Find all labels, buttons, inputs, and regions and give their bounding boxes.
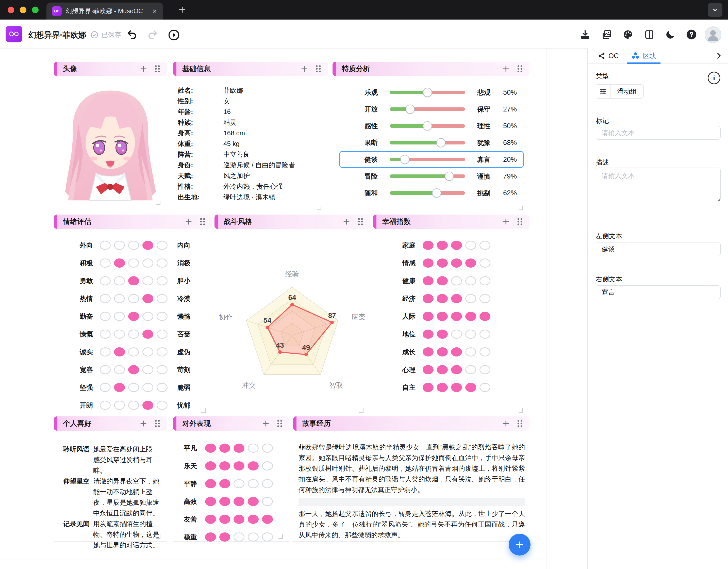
basic-info-card-header[interactable]: 基础信息 — [173, 62, 328, 76]
dot-filled[interactable] — [219, 497, 230, 506]
story-text[interactable]: 菲欧娜曾是绿叶边境溪木镇的半精灵少女，直到“黑铁之乱”的烈焰吞噬了她的家园。她亲… — [299, 442, 525, 540]
add-icon[interactable] — [343, 218, 350, 225]
dot-filled[interactable] — [479, 312, 490, 321]
add-block-fab[interactable]: + — [509, 534, 531, 556]
trait-slider-track[interactable] — [390, 174, 465, 178]
dot-empty[interactable] — [262, 444, 273, 453]
basic-field-row[interactable]: 种族: 精灵 — [178, 117, 325, 128]
dot-filled[interactable] — [451, 347, 462, 356]
dot-empty[interactable] — [157, 258, 168, 268]
minimize-window-button[interactable] — [20, 7, 26, 13]
emotion-dot-scale[interactable] — [100, 347, 168, 356]
happiness-dot-rating[interactable] — [423, 258, 490, 268]
redo-button[interactable] — [147, 29, 158, 40]
dot-filled[interactable] — [423, 312, 434, 321]
right-text-input[interactable] — [596, 285, 721, 299]
trait-slider-knob[interactable] — [445, 172, 454, 181]
dot-filled[interactable] — [205, 461, 216, 470]
basic-field-row[interactable]: 身高: 168 cm — [178, 128, 325, 138]
dot-filled[interactable] — [205, 479, 216, 488]
dot-empty[interactable] — [248, 444, 259, 453]
dot-empty[interactable] — [100, 347, 111, 356]
dot-filled[interactable] — [437, 347, 448, 356]
trait-slider-track[interactable] — [390, 124, 465, 128]
tab-oc[interactable]: OC — [592, 48, 625, 63]
happiness-dot-rating[interactable] — [423, 383, 490, 392]
dot-filled[interactable] — [437, 312, 448, 321]
dot-empty[interactable] — [114, 312, 125, 321]
dot-empty[interactable] — [100, 294, 111, 303]
collapse-sidebar-chevron-icon[interactable] — [715, 52, 723, 60]
dot-empty[interactable] — [128, 383, 139, 392]
outward-dot-rating[interactable] — [205, 515, 273, 524]
trait-slider-knob[interactable] — [436, 138, 445, 147]
dot-filled[interactable] — [451, 383, 462, 392]
dot-empty[interactable] — [234, 479, 244, 488]
dot-empty[interactable] — [100, 365, 111, 374]
happiness-dot-rating[interactable] — [423, 347, 490, 356]
dot-filled[interactable] — [423, 241, 434, 250]
trait-slider-track[interactable] — [390, 191, 465, 195]
basic-field-row[interactable]: 性别: 女 — [178, 96, 325, 106]
dot-empty[interactable] — [114, 241, 125, 250]
trait-slider-track[interactable] — [390, 91, 465, 94]
emotion-dot-scale[interactable] — [100, 330, 168, 339]
dot-empty[interactable] — [128, 347, 139, 356]
basic-field-row[interactable]: 年龄: 16 — [178, 106, 325, 117]
drag-handle-icon[interactable] — [154, 420, 160, 427]
dot-filled[interactable] — [142, 330, 153, 339]
dot-filled[interactable] — [234, 461, 244, 470]
dot-empty[interactable] — [234, 532, 244, 542]
dot-filled[interactable] — [114, 258, 125, 268]
story-card-header[interactable]: 故事经历 — [293, 416, 530, 431]
dot-empty[interactable] — [262, 532, 273, 542]
outward-dot-rating[interactable] — [205, 479, 273, 488]
dot-empty[interactable] — [479, 258, 490, 268]
dot-empty[interactable] — [128, 241, 139, 250]
dot-filled[interactable] — [219, 532, 230, 542]
dot-filled[interactable] — [219, 515, 230, 524]
new-tab-button[interactable] — [178, 5, 187, 14]
dot-empty[interactable] — [262, 461, 273, 470]
emotion-dot-scale[interactable] — [100, 241, 168, 250]
dot-filled[interactable] — [437, 258, 448, 268]
dot-empty[interactable] — [142, 312, 153, 321]
dot-filled[interactable] — [234, 497, 244, 506]
dot-empty[interactable] — [128, 330, 139, 339]
dot-empty[interactable] — [157, 347, 168, 356]
dot-filled[interactable] — [423, 294, 434, 303]
dot-empty[interactable] — [157, 241, 168, 250]
dot-empty[interactable] — [465, 276, 476, 285]
trait-slider-knob[interactable] — [406, 105, 415, 114]
dot-filled[interactable] — [142, 401, 153, 410]
dot-empty[interactable] — [479, 276, 490, 285]
dot-empty[interactable] — [262, 497, 273, 506]
add-icon[interactable] — [140, 65, 147, 73]
dot-empty[interactable] — [114, 401, 125, 410]
trait-slider-knob[interactable] — [432, 188, 441, 198]
happiness-dot-rating[interactable] — [423, 294, 490, 303]
dot-empty[interactable] — [128, 294, 139, 303]
basic-field-row[interactable]: 姓名: 菲欧娜 — [178, 85, 325, 96]
dot-empty[interactable] — [157, 365, 168, 374]
browser-tab[interactable]: 幻想异界·菲欧娜 - MuseOC — [46, 3, 163, 20]
dot-empty[interactable] — [157, 330, 168, 339]
dot-empty[interactable] — [157, 312, 168, 321]
dot-filled[interactable] — [128, 276, 139, 285]
dot-filled[interactable] — [423, 365, 434, 374]
drag-handle-icon[interactable] — [357, 218, 363, 225]
dot-empty[interactable] — [114, 365, 125, 374]
dot-empty[interactable] — [114, 276, 125, 285]
hobby-item[interactable]: 聆听风语 她最爱在高处闭上眼，感受风穿过发梢与耳畔。 — [63, 444, 165, 476]
outward-dot-rating[interactable] — [205, 461, 273, 470]
battle-card-header[interactable]: 战斗风格 — [214, 215, 370, 229]
dot-filled[interactable] — [451, 312, 462, 321]
basic-field-row[interactable]: 天赋: 风之加护 — [178, 170, 325, 181]
dot-empty[interactable] — [451, 330, 462, 339]
basic-field-row[interactable]: 体重: 45 kg — [178, 138, 325, 149]
basic-field-row[interactable]: 阵营: 中立善良 — [178, 149, 325, 160]
dot-filled[interactable] — [437, 241, 448, 250]
outward-card-header[interactable]: 对外表现 — [173, 416, 289, 431]
emotion-dot-scale[interactable] — [100, 312, 168, 321]
drag-handle-icon[interactable] — [277, 420, 283, 427]
